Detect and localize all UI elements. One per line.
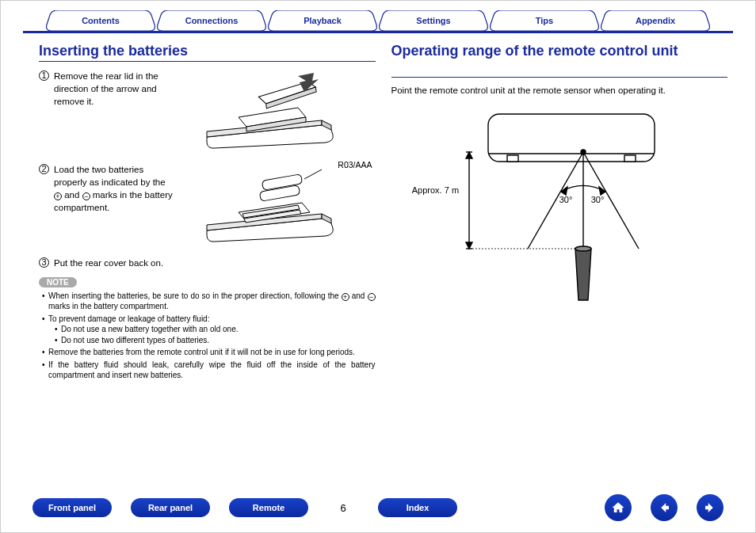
prev-button[interactable]	[651, 494, 678, 521]
svg-rect-6	[624, 155, 636, 162]
arrow-left-icon	[657, 501, 671, 515]
tab-label: Connections	[185, 16, 239, 25]
step-number-3: 3	[39, 257, 49, 268]
figure-load-batteries: R03/AAA	[181, 163, 376, 242]
step-text: Remove the rear lid in the direction of …	[54, 70, 174, 108]
battery-type-label: R03/AAA	[338, 160, 372, 169]
arrow-right-icon	[703, 501, 717, 515]
tab-appendix[interactable]: Appendix	[600, 10, 711, 31]
step-1-row: 1 Remove the rear lid in the direction o…	[39, 70, 376, 149]
tab-settings[interactable]: Settings	[378, 10, 489, 31]
tab-label: Playback	[304, 16, 342, 25]
home-icon	[611, 501, 625, 515]
page-number: 6	[327, 502, 359, 514]
rear-panel-button[interactable]: Rear panel	[131, 498, 210, 517]
tab-connections[interactable]: Connections	[156, 10, 267, 31]
footer-bar: Front panel Rear panel Remote 6 Index	[1, 494, 755, 521]
left-column: Inserting the batteries 1 Remove the rea…	[39, 43, 376, 383]
home-button[interactable]	[605, 494, 632, 521]
note-badge: NOTE	[39, 277, 77, 287]
step-text: Put the rear cover back on.	[54, 257, 163, 269]
step-text: Load the two batteries properly as indic…	[54, 163, 174, 214]
tab-label: Appendix	[636, 16, 675, 25]
svg-marker-12	[466, 242, 472, 249]
top-tabs: Contents Connections Playback Settings T…	[23, 1, 733, 33]
intro-text: Point the remote control unit at the rem…	[391, 86, 728, 95]
svg-rect-3	[488, 114, 655, 162]
note-subitem: Do not use a new battery together with a…	[55, 324, 376, 335]
main-content: Inserting the batteries 1 Remove the rea…	[1, 33, 755, 383]
note-item: If the battery fluid should leak, carefu…	[42, 360, 376, 381]
heading-inserting-batteries: Inserting the batteries	[39, 43, 376, 62]
step-number-2: 2	[39, 164, 49, 174]
svg-rect-5	[507, 155, 518, 162]
tab-label: Contents	[82, 16, 120, 25]
right-column: Operating range of the remote control un…	[391, 43, 728, 383]
tab-label: Settings	[416, 16, 450, 25]
tab-contents[interactable]: Contents	[45, 10, 156, 31]
heading-operating-range: Operating range of the remote control un…	[391, 43, 728, 78]
tab-tips[interactable]: Tips	[489, 10, 600, 31]
step-number-1: 1	[39, 70, 49, 81]
remote-button[interactable]: Remote	[229, 498, 308, 517]
step-2: 2 Load the two batteries properly as ind…	[39, 163, 174, 214]
distance-label: Approx. 7 m	[412, 185, 459, 195]
svg-point-19	[575, 246, 591, 251]
note-item: Remove the batteries from the remote con…	[42, 347, 376, 358]
svg-line-2	[304, 169, 322, 179]
angle-right-label: 30°	[591, 195, 605, 204]
step-2-row: 2 Load the two batteries properly as ind…	[39, 163, 376, 242]
figure-operating-range: Approx. 7 m 30° 30°	[409, 106, 710, 306]
figure-remove-lid	[181, 70, 376, 149]
notes-list: When inserting the batteries, be sure to…	[39, 291, 376, 381]
next-button[interactable]	[697, 494, 724, 521]
svg-line-14	[528, 152, 583, 249]
tab-playback[interactable]: Playback	[267, 10, 378, 31]
note-item: To prevent damage or leakage of battery …	[42, 314, 376, 346]
step-1: 1 Remove the rear lid in the direction o…	[39, 70, 174, 108]
tab-label: Tips	[536, 16, 553, 25]
angle-left-label: 30°	[559, 195, 573, 204]
note-item: When inserting the batteries, be sure to…	[42, 291, 376, 312]
svg-marker-11	[466, 152, 472, 158]
front-panel-button[interactable]: Front panel	[32, 498, 112, 517]
note-subitem: Do not use two different types of batter…	[55, 335, 376, 346]
step-3: 3 Put the rear cover back on.	[39, 257, 376, 269]
index-button[interactable]: Index	[378, 498, 457, 517]
